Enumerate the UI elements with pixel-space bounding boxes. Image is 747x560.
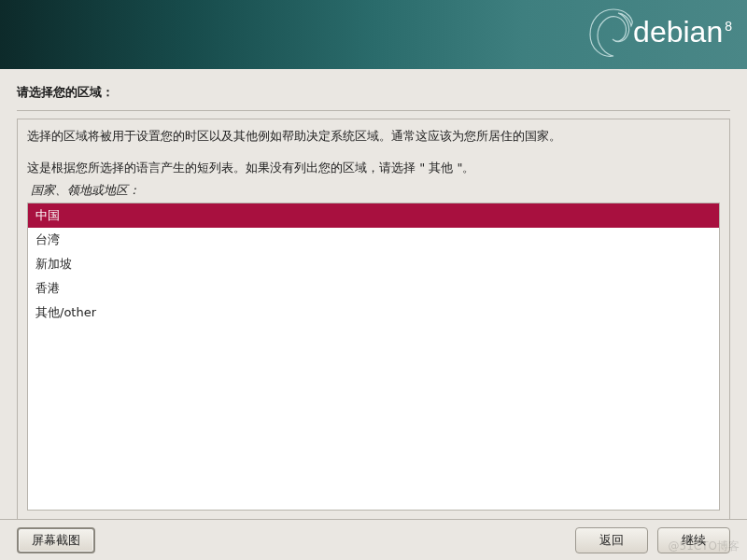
list-prompt: 国家、领地或地区： [31, 182, 720, 199]
page-title: 请选择您的区域： [17, 78, 730, 111]
description-line-1: 选择的区域将被用于设置您的时区以及其他例如帮助决定系统区域。通常这应该为您所居住… [27, 127, 720, 146]
description-panel: 选择的区域将被用于设置您的时区以及其他例如帮助决定系统区域。通常这应该为您所居住… [17, 119, 730, 521]
brand-text: debian [633, 15, 723, 49]
debian-logo: debian8 [633, 15, 730, 49]
region-option[interactable]: 香港 [28, 276, 719, 301]
installer-content: 请选择您的区域： 选择的区域将被用于设置您的时区以及其他例如帮助决定系统区域。通… [0, 69, 747, 521]
region-option[interactable]: 其他/other [28, 301, 719, 325]
region-list[interactable]: 中国台湾新加坡香港其他/other [27, 203, 720, 511]
header-banner: debian8 [0, 0, 747, 69]
brand-version: 8 [725, 19, 732, 34]
region-option[interactable]: 中国 [28, 203, 719, 228]
back-button[interactable]: 返回 [575, 527, 648, 553]
region-option[interactable]: 台湾 [28, 228, 719, 252]
description-line-2: 这是根据您所选择的语言产生的短列表。如果没有列出您的区域，请选择 " 其他 "。 [27, 159, 720, 177]
screenshot-button[interactable]: 屏幕截图 [17, 527, 95, 553]
button-bar: 屏幕截图 返回 继续 [0, 519, 747, 560]
continue-button[interactable]: 继续 [657, 527, 730, 553]
region-option[interactable]: 新加坡 [28, 252, 719, 276]
